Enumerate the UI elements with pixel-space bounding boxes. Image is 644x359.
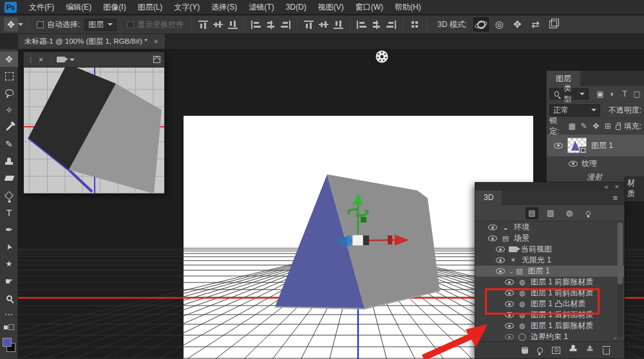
3d-item-infinite-light[interactable]: ☀无限光 1 xyxy=(475,255,624,266)
distribute-vertical-centers-icon[interactable] xyxy=(319,21,328,29)
3d-item-current-view[interactable]: 当前视图 xyxy=(475,244,624,255)
move-tool[interactable]: ✥ xyxy=(0,51,18,67)
filter-image-icon[interactable]: ▣ xyxy=(596,89,605,98)
filter-meshes-icon[interactable]: ▧ xyxy=(544,207,557,219)
tab-3d[interactable]: 3D xyxy=(475,190,502,205)
move-tool-option-icon[interactable]: ✥ xyxy=(4,17,18,32)
eye-icon[interactable] xyxy=(488,225,497,230)
secondary-view-canvas[interactable] xyxy=(24,67,164,193)
camera-select-chevron-icon[interactable] xyxy=(70,59,75,64)
add-constraint-icon[interactable] xyxy=(570,349,577,351)
layer-thumbnail[interactable] xyxy=(567,138,587,153)
close-secondary-view-icon[interactable]: × xyxy=(39,55,43,64)
path-selection-tool[interactable]: ➤ xyxy=(0,239,18,255)
lock-all-icon[interactable] xyxy=(616,125,621,130)
eye-icon[interactable] xyxy=(505,323,514,329)
type-tool[interactable]: T xyxy=(0,205,18,220)
brush-tool[interactable]: ✎ xyxy=(0,136,18,152)
tool-preset-chevron-icon[interactable] xyxy=(18,23,23,28)
eye-icon[interactable] xyxy=(488,235,497,241)
pen-tool[interactable]: ✒ xyxy=(0,222,18,237)
default-swap-colors[interactable] xyxy=(0,320,18,336)
gradient-tool[interactable] xyxy=(0,188,18,203)
close-document-icon[interactable]: × xyxy=(154,37,158,46)
filter-materials-icon[interactable]: ◍ xyxy=(563,207,576,219)
close-panel-icon[interactable]: × xyxy=(615,183,619,190)
filter-adjustment-icon[interactable]: ◐ xyxy=(608,89,617,98)
drag-handle-icon[interactable]: ⋮ xyxy=(28,56,34,63)
lasso-tool[interactable] xyxy=(0,85,18,100)
menu-3d[interactable]: 3D(D) xyxy=(280,0,312,15)
menu-window[interactable]: 窗口(W) xyxy=(350,0,389,15)
layer-row-selected[interactable]: 图层 1 xyxy=(547,134,644,156)
align-right-edges-icon[interactable] xyxy=(281,21,290,29)
distribute-top-edges-icon[interactable] xyxy=(304,21,314,29)
eye-icon[interactable] xyxy=(505,279,514,285)
hand-tool[interactable]: ☛ xyxy=(0,273,18,289)
custom-shape-tool[interactable]: ★ xyxy=(0,256,18,272)
auto-select-checkbox[interactable] xyxy=(37,21,44,28)
collapse-panel-icon[interactable]: « xyxy=(604,183,608,190)
menu-filter[interactable]: 滤镜(T) xyxy=(243,0,279,15)
lock-transparency-icon[interactable]: ▦ xyxy=(567,122,576,131)
eye-icon[interactable] xyxy=(496,268,505,274)
eyedropper-tool[interactable] xyxy=(0,120,18,135)
document-tab[interactable]: 未标题-1 @ 100% (图层 1, RGB/8#) * × xyxy=(18,34,166,49)
distribute-horizontal-centers-icon[interactable] xyxy=(372,21,381,29)
3d-panel-grip[interactable]: « × xyxy=(475,183,624,190)
swap-main-view-icon[interactable] xyxy=(153,56,160,63)
menu-view[interactable]: 视图(V) xyxy=(312,0,350,15)
new-material-icon[interactable] xyxy=(522,347,528,354)
menu-help[interactable]: 帮助(H) xyxy=(389,0,427,15)
3d-scale-mode-icon[interactable] xyxy=(545,17,561,32)
3d-pan-mode-icon[interactable]: ✥ xyxy=(509,17,525,32)
foreground-color-swatch[interactable] xyxy=(3,338,12,347)
3d-orbit-mode-icon[interactable] xyxy=(473,17,489,32)
auto-select-target-dropdown[interactable]: 图层 xyxy=(84,19,117,31)
align-horizontal-centers-icon[interactable] xyxy=(266,21,276,29)
blend-mode-dropdown[interactable]: 正常 xyxy=(549,104,600,116)
menu-type[interactable]: 文字(Y) xyxy=(168,0,205,15)
menu-edit[interactable]: 编辑(E) xyxy=(60,0,97,15)
3d-panel-scrollbar[interactable] xyxy=(618,223,623,337)
zoom-tool[interactable] xyxy=(0,290,18,306)
filter-type-icon[interactable]: T xyxy=(620,89,629,98)
eye-icon[interactable] xyxy=(505,334,514,340)
quick-selection-tool[interactable]: ✧ xyxy=(0,102,18,118)
distribute-left-edges-icon[interactable] xyxy=(357,21,366,29)
delete-constraint-icon[interactable] xyxy=(587,349,593,351)
panel-menu-icon[interactable]: ≡ xyxy=(612,193,618,203)
layer-visibility-eye-icon[interactable] xyxy=(554,143,563,149)
3d-slide-mode-icon[interactable]: ⇄ xyxy=(527,17,543,32)
color-swatches[interactable] xyxy=(0,336,18,354)
scrollbar-thumb[interactable] xyxy=(618,223,623,284)
render-settings-icon[interactable] xyxy=(552,347,560,354)
3d-item-layer1-mesh[interactable]: ⌄▧图层 1 xyxy=(475,266,624,277)
expand-chevron-icon[interactable]: ⌄ xyxy=(509,268,514,275)
show-transform-checkbox[interactable] xyxy=(127,21,134,28)
align-vertical-centers-icon[interactable] xyxy=(213,21,223,29)
more-tools-button[interactable]: ⋯ xyxy=(0,306,18,322)
align-left-edges-icon[interactable] xyxy=(251,21,261,29)
scroll-chevron-icon[interactable]: ⌄ xyxy=(612,334,618,340)
lock-artboard-icon[interactable]: ⊞ xyxy=(603,122,612,131)
texture-visibility-eye-icon[interactable] xyxy=(569,161,578,167)
eye-icon[interactable] xyxy=(496,257,505,263)
filter-group-icon[interactable]: ▢ xyxy=(632,89,641,98)
3d-item-scene[interactable]: ▤场景 xyxy=(475,233,624,244)
menu-select[interactable]: 选择(S) xyxy=(205,0,243,15)
3d-item-environment[interactable]: ◒环境 xyxy=(475,222,624,233)
align-bottom-edges-icon[interactable] xyxy=(228,21,238,29)
quick-mask-button[interactable] xyxy=(0,356,18,359)
align-top-edges-icon[interactable] xyxy=(198,21,208,29)
eraser-tool[interactable] xyxy=(0,170,18,186)
filter-whole-scene-icon[interactable]: ▤ xyxy=(526,207,538,219)
3d-item-front-inflation-material[interactable]: ◍图层 1 前膨胀材质 xyxy=(475,277,624,288)
menu-image[interactable]: 图像(I) xyxy=(97,0,131,15)
marquee-tool[interactable] xyxy=(0,68,18,84)
trash-icon[interactable] xyxy=(603,348,610,354)
distribute-right-edges-icon[interactable] xyxy=(386,21,396,29)
secondary-view-window[interactable]: ⋮ × xyxy=(23,51,165,194)
eye-icon[interactable] xyxy=(496,246,505,252)
clone-stamp-tool[interactable] xyxy=(0,153,18,169)
